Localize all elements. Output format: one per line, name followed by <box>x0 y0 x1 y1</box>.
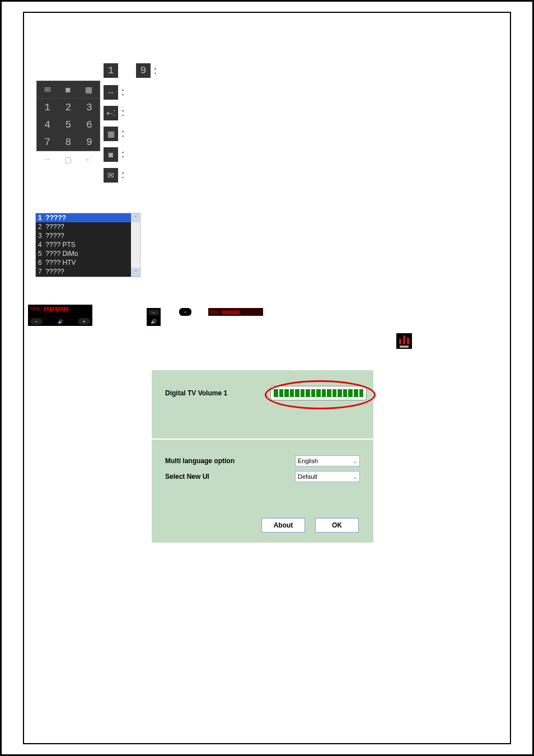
legend-colon: : <box>154 65 157 77</box>
legend-colon: : <box>121 169 124 181</box>
channel-list[interactable]: 1 ????? 2 ????? 3 ????? 4 ???? PTS 5 ???… <box>35 213 140 277</box>
vol-down-button[interactable]: − <box>30 318 43 325</box>
dialog-buttons: About OK <box>152 518 373 533</box>
key-9[interactable]: 9 <box>79 133 100 151</box>
language-row: Multi language option English ⌄ <box>165 455 360 466</box>
language-value: English <box>298 458 318 464</box>
remote-keys: 1 2 3 4 5 6 7 8 9 ↔ ▢ ⇠⁚ <box>37 99 100 168</box>
grid-icon: ▦ <box>104 127 118 141</box>
ui-label: Select New UI <box>165 473 209 480</box>
settings-dialog: Digital TV Volume 1 Multi language optio… <box>152 370 373 543</box>
envelope-icon: ✉ <box>104 168 118 183</box>
channel-row[interactable]: 3 ????? <box>36 231 140 240</box>
legend-colon: : <box>121 86 124 98</box>
channel-row[interactable]: 2 ????? <box>36 222 140 231</box>
chevron-down-icon: ⌄ <box>350 472 359 482</box>
arrows-back-icon: ⇠⁚ <box>104 106 118 120</box>
legend-row-arrows-h: ↔ : <box>104 82 157 102</box>
channel-row-selected[interactable]: 1 ????? <box>36 213 140 222</box>
volume-mini-panel: − 🔊 <box>147 308 161 326</box>
vol-down-button[interactable]: − <box>148 310 160 315</box>
scrollbar[interactable]: ˄ ˅ <box>131 213 140 277</box>
channel-row[interactable]: 4 ???? PTS <box>36 240 140 249</box>
key-7[interactable]: 7 <box>37 133 58 151</box>
options-section: Multi language option English ⌄ Select N… <box>152 440 373 517</box>
key-8[interactable]: 8 <box>58 133 78 151</box>
key-3[interactable]: 3 <box>79 99 100 116</box>
volume-indicator: VOL: ▮▮▮▮▮▮▮▮ <box>208 308 263 316</box>
ui-dropdown[interactable]: Default ⌄ <box>295 471 360 482</box>
digit-9-icon: 9 <box>136 63 151 78</box>
key-arrows-h[interactable]: ↔ <box>37 151 58 168</box>
key-2[interactable]: 2 <box>58 99 78 116</box>
legend-colon: : <box>121 128 124 139</box>
speaker-icon[interactable]: 🔊 <box>57 318 64 325</box>
chevron-down-icon: ⌄ <box>350 456 359 466</box>
remote-pad: ✉ ◙ ▦ 1 2 3 4 5 6 7 8 9 ↔ ▢ ⇠⁚ <box>36 81 100 151</box>
equalizer-base <box>400 346 409 348</box>
digit-1-icon: 1 <box>104 63 118 78</box>
key-0[interactable]: ▢ <box>58 151 78 168</box>
icon-legend: 1 9 : ↔ : ⇠⁚ : ▦ : ◙ : ✉ : <box>104 59 157 185</box>
legend-colon: : <box>121 107 124 119</box>
key-4[interactable]: 4 <box>37 116 58 133</box>
channel-row[interactable]: 7 ????? <box>36 267 140 276</box>
highlight-ellipse <box>265 380 376 409</box>
speaker-icon[interactable]: 🔊 <box>151 319 157 324</box>
vol-up-button[interactable]: + <box>78 318 90 325</box>
legend-row-envelope: ✉ : <box>104 165 157 185</box>
ok-button[interactable]: OK <box>315 518 359 533</box>
envelope-icon[interactable]: ✉ <box>44 85 51 94</box>
vol-up-button[interactable]: + <box>179 308 191 316</box>
key-6[interactable]: 6 <box>79 116 100 133</box>
channel-row[interactable]: 5 ???? DiMo <box>36 249 140 258</box>
volume-panel: VOL: ▮▮▮▮▮▮▮▮▮ − 🔊 + <box>28 305 92 326</box>
scroll-down-icon[interactable]: ˅ <box>131 268 140 277</box>
remote-top-row: ✉ ◙ ▦ <box>37 81 100 99</box>
legend-row-camera: ◙ : <box>104 144 157 165</box>
camera-icon: ◙ <box>104 147 118 162</box>
volume-label: VOL: ▮▮▮▮▮▮▮▮▮ <box>30 306 90 311</box>
channel-row[interactable]: 6 ???? HTV <box>36 258 140 267</box>
legend-row-back: ⇠⁚ : <box>104 102 157 123</box>
grid-icon[interactable]: ▦ <box>85 85 92 94</box>
page: ✉ ◙ ▦ 1 2 3 4 5 6 7 8 9 ↔ ▢ ⇠⁚ 1 9 : ↔ <box>0 0 534 756</box>
scroll-up-icon[interactable]: ˄ <box>131 213 140 222</box>
key-1[interactable]: 1 <box>37 99 58 116</box>
ui-row: Select New UI Default ⌄ <box>165 471 360 482</box>
equalizer-bars <box>399 334 409 344</box>
camera-icon[interactable]: ◙ <box>65 85 70 94</box>
key-5[interactable]: 5 <box>58 116 78 133</box>
key-back[interactable]: ⇠⁚ <box>79 151 100 168</box>
equalizer-icon[interactable] <box>396 333 412 349</box>
about-button[interactable]: About <box>261 518 305 533</box>
language-label: Multi language option <box>165 457 235 465</box>
ui-value: Default <box>298 473 317 480</box>
legend-row-numbers: 1 9 : <box>104 59 157 82</box>
volume-section-label: Digital TV Volume 1 <box>165 389 227 397</box>
arrows-h-icon: ↔ <box>104 85 118 100</box>
legend-colon: : <box>121 148 124 160</box>
scroll-track[interactable] <box>131 222 140 268</box>
legend-row-grid: ▦ : <box>104 123 157 144</box>
volume-section: Digital TV Volume 1 <box>152 370 373 440</box>
language-dropdown[interactable]: English ⌄ <box>295 455 360 466</box>
